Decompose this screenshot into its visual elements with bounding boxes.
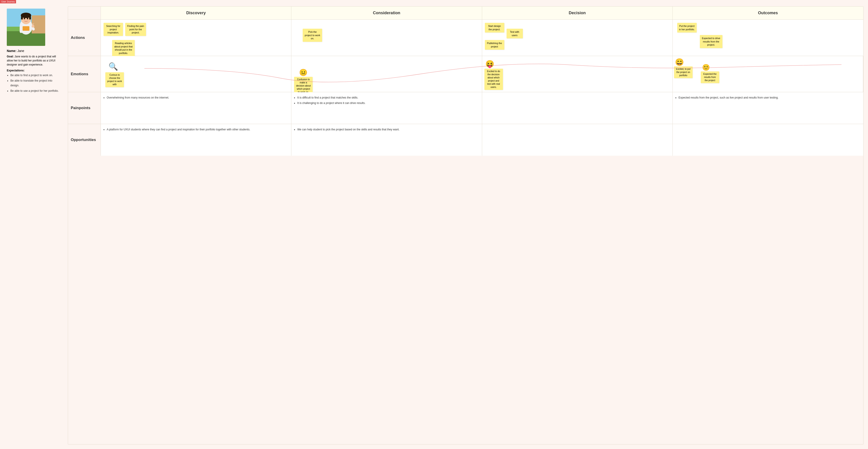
expectation-item: Be able to use a project for her portfol… bbox=[10, 89, 61, 93]
painpoint-item: Overwhelming from many resources on the … bbox=[107, 95, 288, 100]
emotions-discovery-cell: 🔍 Curious to choose the project to work … bbox=[101, 56, 291, 92]
sticky-note: Reading articles about project that shou… bbox=[112, 40, 135, 57]
emoji-confused: 😐 bbox=[299, 68, 307, 76]
sticky-note: Publishing the project bbox=[485, 40, 504, 50]
persona-photo bbox=[7, 8, 45, 46]
persona-goal: Goal: Jane wants to do a project that wi… bbox=[7, 55, 61, 67]
svg-rect-12 bbox=[20, 26, 22, 33]
main-container: Name: Jane Goal: Jane wants to do a proj… bbox=[0, 0, 868, 449]
painpoint-item: Expected results from the project, such … bbox=[679, 95, 861, 100]
actions-discovery-cell: Searching for project inspiration. Findi… bbox=[101, 20, 291, 56]
persona-expectations: Expectations: Be able to find a project … bbox=[7, 69, 61, 93]
actions-row: Actions Searching for project inspiratio… bbox=[68, 20, 863, 56]
header-decision: Decision bbox=[482, 6, 673, 20]
opportunities-decision-cell bbox=[482, 124, 673, 156]
opportunities-consideration-cell: We can help student to pick the project … bbox=[291, 124, 482, 156]
painpoints-discovery-cell: Overwhelming from many resources on the … bbox=[101, 92, 291, 124]
journey-table: Discovery Consideration Decision Outcome… bbox=[68, 6, 864, 445]
painpoints-outcomes-cell: Expected results from the project, such … bbox=[673, 92, 863, 124]
persona-name: Name: Jane bbox=[7, 49, 61, 53]
emoji-content: 🙂 bbox=[702, 64, 710, 71]
opportunities-label: Opportunities bbox=[68, 124, 101, 156]
header-consideration: Consideration bbox=[291, 6, 482, 20]
sticky-note: Start design the project. bbox=[485, 23, 504, 33]
svg-rect-7 bbox=[21, 15, 23, 20]
svg-rect-8 bbox=[29, 15, 31, 20]
opportunities-discovery-cell: A platform for UXUI students where they … bbox=[101, 124, 291, 156]
opportunities-row: Opportunities A platform for UXUI studen… bbox=[68, 124, 863, 156]
sticky-note: Test with users bbox=[506, 29, 523, 38]
emotions-row: Emotions 🔍 Curious to choose the project… bbox=[68, 56, 863, 92]
painpoint-item: It is challenging to do a project where … bbox=[297, 101, 479, 105]
svg-rect-11 bbox=[23, 26, 29, 31]
painpoints-label: Painpoints bbox=[68, 92, 101, 124]
header-discovery: Discovery bbox=[101, 6, 291, 20]
actions-outcomes-cell: Put the project in her portfolio. Expect… bbox=[673, 20, 863, 56]
emotions-consideration-cell: 😐 Confusion to make a decision about whi… bbox=[291, 56, 482, 92]
table-header: Discovery Consideration Decision Outcome… bbox=[68, 6, 863, 20]
left-panel: Name: Jane Goal: Jane wants to do a proj… bbox=[4, 6, 63, 445]
app-title-bar: User Journey bbox=[0, 0, 16, 3]
opportunities-outcomes-cell bbox=[673, 124, 863, 156]
header-empty bbox=[68, 6, 101, 20]
emoji-curious: 🔍 bbox=[108, 62, 118, 71]
emotions-label: Emotions bbox=[68, 56, 101, 92]
painpoints-consideration-cell: It is difficult to find a project that m… bbox=[291, 92, 482, 124]
svg-point-9 bbox=[24, 18, 25, 20]
painpoints-decision-cell bbox=[482, 92, 673, 124]
opportunity-item: We can help student to pick the project … bbox=[297, 127, 479, 132]
emoji-balloon: Expected the results from the project bbox=[701, 71, 719, 83]
emotions-outcomes-cell: 😄 Excited, to put the project on portfol… bbox=[673, 56, 863, 92]
emoji-balloon: Curious to choose the project to work wi… bbox=[105, 72, 124, 87]
emoji-excited: 😝 bbox=[485, 60, 494, 68]
actions-consideration-cell: Pick the project to work on. bbox=[291, 20, 482, 56]
painpoints-row: Painpoints Overwhelming from many resour… bbox=[68, 92, 863, 124]
sticky-note: Searching for project inspiration. bbox=[103, 23, 123, 36]
emoji-happy: 😄 bbox=[675, 58, 684, 66]
sticky-note: Expected to drive results from the proje… bbox=[700, 35, 722, 48]
actions-decision-cell: Start design the project. Test with user… bbox=[482, 20, 673, 56]
sticky-note: Finding the pain point for the project. bbox=[125, 23, 146, 36]
expectation-item: Be able to find a project to work on. bbox=[10, 73, 61, 77]
emoji-balloon: Excited, to put the project on portfolio bbox=[674, 66, 692, 78]
emotions-decision-cell: 😝 Excited to do the decision about which… bbox=[482, 56, 673, 92]
painpoint-item: It is difficult to find a project that m… bbox=[297, 95, 479, 100]
actions-label: Actions bbox=[68, 20, 101, 56]
header-outcomes: Outcomes bbox=[673, 6, 863, 20]
sticky-note: Pick the project to work on. bbox=[303, 29, 322, 42]
svg-point-14 bbox=[32, 25, 34, 28]
emoji-balloon: Excited to do the decision about which p… bbox=[485, 69, 503, 90]
expectation-item: Be able to translate the project into de… bbox=[10, 78, 61, 88]
svg-rect-3 bbox=[32, 15, 45, 33]
sticky-note: Put the project in her portfolio. bbox=[677, 23, 697, 33]
opportunity-item: A platform for UXUI students where they … bbox=[107, 127, 288, 132]
svg-point-10 bbox=[27, 18, 28, 20]
